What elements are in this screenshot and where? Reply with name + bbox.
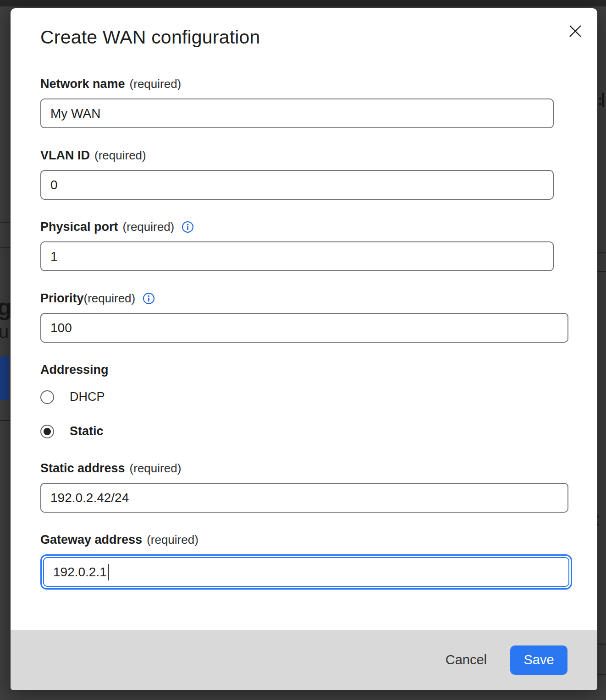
radio-button-icon[interactable] [40,425,54,438]
save-button[interactable]: Save [510,645,567,675]
radio-dhcp[interactable]: DHCP [40,390,579,404]
network-name-label: Network name [40,77,125,91]
background-row-divider [597,252,606,253]
required-hint: (required) [84,291,136,306]
radio-static[interactable]: Static [40,424,579,438]
modal-title: Create WAN configuration [40,26,579,49]
background-row-divider [597,674,606,675]
gateway-address-label: Gateway address [40,533,142,547]
close-icon[interactable] [566,22,584,40]
background-text-fragment: u [0,322,9,342]
gateway-address-value: 192.0.2.1 [53,565,107,580]
radio-static-label: Static [70,424,104,438]
static-address-input[interactable] [40,483,568,513]
background-button-fragment [0,356,9,400]
gateway-address-input[interactable]: 192.0.2.1 [43,557,569,587]
radio-button-icon[interactable] [40,390,54,404]
physical-port-label: Physical port [40,220,118,234]
field-static-address: Static address (required) [40,461,579,513]
text-cursor [108,564,109,580]
radio-dhcp-label: DHCP [70,390,105,404]
info-icon[interactable] [143,292,155,305]
modal-footer: Cancel Save [11,630,597,690]
addressing-heading: Addressing [40,363,579,377]
required-hint: (required) [94,148,146,163]
vlan-id-label: VLAN ID [40,148,90,163]
priority-input[interactable] [40,313,568,343]
required-hint: (required) [130,77,182,91]
priority-label: Priority [40,291,84,306]
background-header-strip [0,0,606,6]
cancel-button[interactable]: Cancel [445,650,488,670]
background-text-fragment [602,93,604,107]
required-hint: (required) [123,220,175,234]
field-physical-port: Physical port (required) [40,220,579,271]
required-hint: (required) [130,461,182,476]
physical-port-input[interactable] [40,241,554,271]
gateway-address-focus-ring: 192.0.2.1 [40,554,572,590]
modal-content: Create WAN configuration Network name (r… [11,8,597,630]
vlan-id-input[interactable] [40,170,554,200]
background-text-fragment: g [0,293,12,321]
background-row-divider [597,644,606,645]
field-vlan-id: VLAN ID (required) [40,148,579,200]
required-hint: (required) [147,533,198,547]
static-address-label: Static address [40,461,125,476]
network-name-input[interactable] [40,98,554,128]
background-row-divider [597,271,606,272]
field-gateway-address: Gateway address (required) 192.0.2.1 [40,533,579,590]
create-wan-modal: Create WAN configuration Network name (r… [11,8,597,690]
field-network-name: Network name (required) [40,77,579,128]
field-priority: Priority (required) [40,291,579,343]
info-icon[interactable] [182,221,194,233]
